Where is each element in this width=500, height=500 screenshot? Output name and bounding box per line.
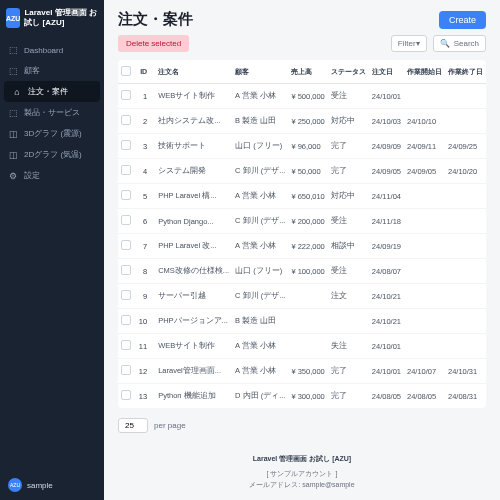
cell: 12 — [136, 359, 155, 384]
sidebar-item-0[interactable]: ⬚Dashboard — [0, 40, 104, 60]
cell — [288, 334, 327, 359]
filter-dropdown[interactable]: Filter ▾ — [391, 35, 427, 52]
column-header[interactable]: ステータス — [328, 60, 369, 84]
column-header[interactable]: 注文名 — [155, 60, 232, 84]
row-checkbox[interactable] — [121, 165, 131, 175]
table-row[interactable]: 11WEBサイト制作A 営業 小林失注24/10/01 — [118, 334, 486, 359]
brand-logo: AZU — [6, 8, 20, 28]
cell: 24/08/05 — [404, 384, 445, 409]
cell — [404, 284, 445, 309]
column-header[interactable]: 顧客 — [232, 60, 288, 84]
cell: 2 — [136, 109, 155, 134]
row-checkbox[interactable] — [121, 115, 131, 125]
table-row[interactable]: 9サーバー引越C 卸川 (デザ...注文24/10/21 — [118, 284, 486, 309]
select-all-checkbox[interactable] — [121, 66, 131, 76]
search-input[interactable]: 🔍 Search — [433, 35, 486, 52]
cell — [288, 284, 327, 309]
sidebar: AZU Laravel 管理画面 お試し [AZU] ⬚Dashboard⬚顧客… — [0, 0, 104, 500]
cell: 24/10/01 — [369, 84, 404, 109]
column-header[interactable]: ID — [136, 60, 155, 84]
footer-line1: [ サンプルアカウント ] — [114, 468, 490, 479]
cell: CMS改修の仕様検... — [155, 259, 232, 284]
cell — [445, 184, 486, 209]
table-row[interactable]: 1WEBサイト制作A 営業 小林¥ 500,000受注24/10/01 — [118, 84, 486, 109]
cell: 24/08/05 — [369, 384, 404, 409]
sidebar-item-5[interactable]: ◫2Dグラフ (気温) — [0, 144, 104, 165]
pager: per page — [104, 408, 500, 443]
page-title: 注文・案件 — [118, 10, 193, 29]
row-checkbox[interactable] — [121, 390, 131, 400]
nav-icon: ⚙ — [8, 171, 18, 181]
cell: 24/09/19 — [369, 234, 404, 259]
cell: ¥ 50,000 — [288, 159, 327, 184]
cell: 完了 — [328, 384, 369, 409]
cell: 24/10/21 — [369, 309, 404, 334]
cell: 24/09/05 — [404, 159, 445, 184]
table-row[interactable]: 4システム開発C 卸川 (デザ...¥ 50,000完了24/09/0524/0… — [118, 159, 486, 184]
row-checkbox[interactable] — [121, 365, 131, 375]
cell: 10 — [136, 309, 155, 334]
page-size-input[interactable] — [118, 418, 148, 433]
cell: 24/11/04 — [369, 184, 404, 209]
sidebar-item-1[interactable]: ⬚顧客 — [0, 60, 104, 81]
cell: 受注 — [328, 209, 369, 234]
sidebar-item-4[interactable]: ◫3Dグラフ (震源) — [0, 123, 104, 144]
cell: 24/09/05 — [369, 159, 404, 184]
cell: 24/10/01 — [369, 359, 404, 384]
row-checkbox[interactable] — [121, 140, 131, 150]
table-row[interactable]: 3技術サポート山口 (フリー)¥ 96,000完了24/09/0924/09/1… — [118, 134, 486, 159]
table-row[interactable]: 7PHP Laravel 改...A 営業 小林¥ 222,000相談中24/0… — [118, 234, 486, 259]
table-row[interactable]: 8CMS改修の仕様検...山口 (フリー)¥ 100,000受注24/08/07 — [118, 259, 486, 284]
nav-label: 製品・サービス — [24, 107, 80, 118]
cell: 完了 — [328, 359, 369, 384]
cell: ¥ 500,000 — [288, 84, 327, 109]
cell: 3 — [136, 134, 155, 159]
row-checkbox[interactable] — [121, 340, 131, 350]
row-checkbox[interactable] — [121, 290, 131, 300]
cell: 8 — [136, 259, 155, 284]
cell: C 卸川 (デザ... — [232, 209, 288, 234]
nav-label: 2Dグラフ (気温) — [24, 149, 82, 160]
cell: 6 — [136, 209, 155, 234]
cell — [404, 184, 445, 209]
row-checkbox[interactable] — [121, 240, 131, 250]
sidebar-footer[interactable]: AZU sample — [0, 470, 104, 500]
column-header[interactable]: 作業開始日 — [404, 60, 445, 84]
row-checkbox[interactable] — [121, 215, 131, 225]
cell — [288, 309, 327, 334]
nav-label: 3Dグラフ (震源) — [24, 128, 82, 139]
cell: 失注 — [328, 334, 369, 359]
cell: PHP Laravel 改... — [155, 234, 232, 259]
row-checkbox[interactable] — [121, 90, 131, 100]
cell — [404, 309, 445, 334]
cell: 9 — [136, 284, 155, 309]
row-checkbox[interactable] — [121, 190, 131, 200]
cell: 24/09/11 — [404, 134, 445, 159]
cell: 4 — [136, 159, 155, 184]
cell — [404, 259, 445, 284]
table-row[interactable]: 6Python Django...C 卸川 (デザ...¥ 200,000受注2… — [118, 209, 486, 234]
sidebar-item-2[interactable]: ⌂注文・案件 — [4, 81, 100, 102]
column-header[interactable]: 売上高 — [288, 60, 327, 84]
column-header[interactable]: 注文日 — [369, 60, 404, 84]
cell: 注文 — [328, 284, 369, 309]
table-row[interactable]: 5PHP Laravel 構...A 営業 小林¥ 650,010対応中24/1… — [118, 184, 486, 209]
delete-selected-button[interactable]: Delete selected — [118, 35, 189, 52]
sidebar-item-3[interactable]: ⬚製品・サービス — [0, 102, 104, 123]
cell: 24/10/21 — [369, 284, 404, 309]
create-button[interactable]: Create — [439, 11, 486, 29]
sidebar-item-6[interactable]: ⚙設定 — [0, 165, 104, 186]
table-row[interactable]: 12Laravel管理画面...A 営業 小林¥ 350,000完了24/10/… — [118, 359, 486, 384]
row-checkbox[interactable] — [121, 315, 131, 325]
table-row[interactable]: 10PHPバージョンア...B 製造 山田24/10/21 — [118, 309, 486, 334]
table-row[interactable]: 13Python 機能追加D 内田 (ディ...¥ 300,000完了24/08… — [118, 384, 486, 409]
cell: A 営業 小林 — [232, 334, 288, 359]
table-row[interactable]: 2社内システム改...B 製造 山田¥ 250,000対応中24/10/0324… — [118, 109, 486, 134]
cell: 山口 (フリー) — [232, 134, 288, 159]
cell: 13 — [136, 384, 155, 409]
row-checkbox[interactable] — [121, 265, 131, 275]
cell: 24/10/03 — [369, 109, 404, 134]
column-header[interactable]: 作業終了日 — [445, 60, 486, 84]
cell: WEBサイト制作 — [155, 334, 232, 359]
cell: D 内田 (ディ... — [232, 384, 288, 409]
